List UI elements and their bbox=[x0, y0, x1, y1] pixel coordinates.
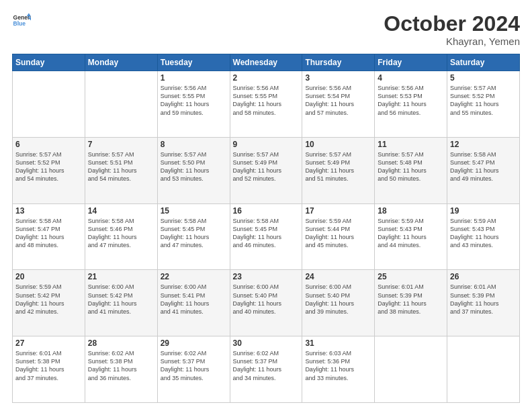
calendar-table: Sunday Monday Tuesday Wednesday Thursday… bbox=[12, 54, 520, 403]
col-monday: Monday bbox=[85, 54, 157, 71]
table-row: 29Sunrise: 6:02 AM Sunset: 5:37 PM Dayli… bbox=[157, 336, 230, 403]
svg-text:Blue: Blue bbox=[13, 20, 26, 27]
calendar-week-row: 20Sunrise: 5:59 AM Sunset: 5:42 PM Dayli… bbox=[13, 270, 520, 336]
table-row: 15Sunrise: 5:58 AM Sunset: 5:45 PM Dayli… bbox=[157, 203, 230, 270]
table-row: 16Sunrise: 5:58 AM Sunset: 5:45 PM Dayli… bbox=[230, 203, 302, 270]
col-thursday: Thursday bbox=[302, 54, 375, 71]
col-wednesday: Wednesday bbox=[230, 54, 302, 71]
day-number: 27 bbox=[15, 338, 82, 348]
day-info: Sunrise: 5:58 AM Sunset: 5:45 PM Dayligh… bbox=[233, 217, 300, 250]
table-row: 4Sunrise: 5:56 AM Sunset: 5:53 PM Daylig… bbox=[375, 71, 447, 138]
table-row: 8Sunrise: 5:57 AM Sunset: 5:50 PM Daylig… bbox=[157, 137, 230, 203]
calendar-week-row: 27Sunrise: 6:01 AM Sunset: 5:38 PM Dayli… bbox=[13, 336, 520, 403]
day-info: Sunrise: 5:58 AM Sunset: 5:45 PM Dayligh… bbox=[161, 217, 227, 250]
logo-icon: General Blue bbox=[12, 12, 31, 31]
table-row: 30Sunrise: 6:02 AM Sunset: 5:37 PM Dayli… bbox=[230, 336, 302, 403]
calendar-week-row: 1Sunrise: 5:56 AM Sunset: 5:55 PM Daylig… bbox=[13, 71, 520, 138]
day-info: Sunrise: 5:58 AM Sunset: 5:47 PM Dayligh… bbox=[15, 217, 82, 250]
day-info: Sunrise: 5:57 AM Sunset: 5:50 PM Dayligh… bbox=[161, 150, 227, 183]
day-info: Sunrise: 6:00 AM Sunset: 5:40 PM Dayligh… bbox=[233, 283, 300, 316]
table-row bbox=[447, 336, 520, 403]
table-row: 3Sunrise: 5:56 AM Sunset: 5:54 PM Daylig… bbox=[302, 71, 375, 138]
day-number: 3 bbox=[305, 73, 371, 83]
day-info: Sunrise: 6:02 AM Sunset: 5:37 PM Dayligh… bbox=[161, 349, 227, 382]
table-row: 10Sunrise: 5:57 AM Sunset: 5:49 PM Dayli… bbox=[302, 137, 375, 203]
page-subtitle: Khayran, Yemen bbox=[384, 36, 520, 47]
day-info: Sunrise: 6:00 AM Sunset: 5:42 PM Dayligh… bbox=[88, 283, 154, 316]
table-row: 9Sunrise: 5:57 AM Sunset: 5:49 PM Daylig… bbox=[230, 137, 302, 203]
table-row: 2Sunrise: 5:56 AM Sunset: 5:55 PM Daylig… bbox=[230, 71, 302, 138]
page-title: October 2024 bbox=[384, 12, 520, 36]
table-row: 5Sunrise: 5:57 AM Sunset: 5:52 PM Daylig… bbox=[447, 71, 520, 138]
calendar-header-row: Sunday Monday Tuesday Wednesday Thursday… bbox=[13, 54, 520, 71]
day-number: 20 bbox=[15, 272, 82, 281]
calendar-week-row: 6Sunrise: 5:57 AM Sunset: 5:52 PM Daylig… bbox=[13, 137, 520, 203]
day-number: 5 bbox=[450, 73, 517, 83]
day-info: Sunrise: 5:59 AM Sunset: 5:43 PM Dayligh… bbox=[378, 217, 444, 250]
day-info: Sunrise: 6:01 AM Sunset: 5:38 PM Dayligh… bbox=[15, 349, 82, 382]
day-number: 30 bbox=[233, 338, 300, 348]
day-info: Sunrise: 5:56 AM Sunset: 5:55 PM Dayligh… bbox=[161, 84, 227, 117]
page: General Blue October 2024 Khayran, Yemen… bbox=[0, 0, 532, 411]
day-info: Sunrise: 5:57 AM Sunset: 5:52 PM Dayligh… bbox=[15, 150, 82, 183]
day-info: Sunrise: 5:56 AM Sunset: 5:53 PM Dayligh… bbox=[378, 84, 444, 117]
day-number: 18 bbox=[378, 206, 444, 216]
table-row: 21Sunrise: 6:00 AM Sunset: 5:42 PM Dayli… bbox=[85, 270, 157, 336]
day-number: 2 bbox=[233, 73, 300, 83]
day-info: Sunrise: 6:00 AM Sunset: 5:41 PM Dayligh… bbox=[161, 283, 227, 316]
day-info: Sunrise: 6:02 AM Sunset: 5:38 PM Dayligh… bbox=[88, 349, 154, 382]
day-info: Sunrise: 5:57 AM Sunset: 5:48 PM Dayligh… bbox=[378, 150, 444, 183]
day-number: 16 bbox=[233, 206, 300, 216]
day-number: 28 bbox=[88, 338, 154, 348]
table-row: 20Sunrise: 5:59 AM Sunset: 5:42 PM Dayli… bbox=[13, 270, 85, 336]
table-row: 19Sunrise: 5:59 AM Sunset: 5:43 PM Dayli… bbox=[447, 203, 520, 270]
logo: General Blue bbox=[12, 12, 31, 31]
day-info: Sunrise: 5:58 AM Sunset: 5:46 PM Dayligh… bbox=[88, 217, 154, 250]
table-row: 11Sunrise: 5:57 AM Sunset: 5:48 PM Dayli… bbox=[375, 137, 447, 203]
title-block: October 2024 Khayran, Yemen bbox=[384, 12, 520, 47]
day-info: Sunrise: 5:56 AM Sunset: 5:54 PM Dayligh… bbox=[305, 84, 371, 117]
day-number: 25 bbox=[378, 272, 444, 281]
day-number: 22 bbox=[161, 272, 227, 281]
table-row: 24Sunrise: 6:00 AM Sunset: 5:40 PM Dayli… bbox=[302, 270, 375, 336]
day-number: 29 bbox=[161, 338, 227, 348]
table-row: 22Sunrise: 6:00 AM Sunset: 5:41 PM Dayli… bbox=[157, 270, 230, 336]
day-info: Sunrise: 6:01 AM Sunset: 5:39 PM Dayligh… bbox=[450, 283, 517, 316]
col-sunday: Sunday bbox=[13, 54, 85, 71]
day-number: 14 bbox=[88, 206, 154, 216]
header: General Blue October 2024 Khayran, Yemen bbox=[12, 12, 520, 47]
table-row: 28Sunrise: 6:02 AM Sunset: 5:38 PM Dayli… bbox=[85, 336, 157, 403]
day-number: 7 bbox=[88, 140, 154, 149]
day-info: Sunrise: 5:57 AM Sunset: 5:49 PM Dayligh… bbox=[305, 150, 371, 183]
table-row: 25Sunrise: 6:01 AM Sunset: 5:39 PM Dayli… bbox=[375, 270, 447, 336]
day-number: 26 bbox=[450, 272, 517, 281]
table-row: 1Sunrise: 5:56 AM Sunset: 5:55 PM Daylig… bbox=[157, 71, 230, 138]
table-row: 12Sunrise: 5:58 AM Sunset: 5:47 PM Dayli… bbox=[447, 137, 520, 203]
day-info: Sunrise: 6:02 AM Sunset: 5:37 PM Dayligh… bbox=[233, 349, 300, 382]
day-number: 24 bbox=[305, 272, 371, 281]
day-number: 4 bbox=[378, 73, 444, 83]
table-row: 17Sunrise: 5:59 AM Sunset: 5:44 PM Dayli… bbox=[302, 203, 375, 270]
day-info: Sunrise: 5:57 AM Sunset: 5:51 PM Dayligh… bbox=[88, 150, 154, 183]
table-row: 13Sunrise: 5:58 AM Sunset: 5:47 PM Dayli… bbox=[13, 203, 85, 270]
day-number: 8 bbox=[161, 140, 227, 149]
col-tuesday: Tuesday bbox=[157, 54, 230, 71]
day-info: Sunrise: 5:57 AM Sunset: 5:49 PM Dayligh… bbox=[233, 150, 300, 183]
day-info: Sunrise: 5:57 AM Sunset: 5:52 PM Dayligh… bbox=[450, 84, 517, 117]
day-number: 17 bbox=[305, 206, 371, 216]
table-row: 6Sunrise: 5:57 AM Sunset: 5:52 PM Daylig… bbox=[13, 137, 85, 203]
day-number: 11 bbox=[378, 140, 444, 149]
day-info: Sunrise: 5:58 AM Sunset: 5:47 PM Dayligh… bbox=[450, 150, 517, 183]
calendar-week-row: 13Sunrise: 5:58 AM Sunset: 5:47 PM Dayli… bbox=[13, 203, 520, 270]
day-number: 10 bbox=[305, 140, 371, 149]
day-number: 19 bbox=[450, 206, 517, 216]
col-friday: Friday bbox=[375, 54, 447, 71]
day-info: Sunrise: 5:56 AM Sunset: 5:55 PM Dayligh… bbox=[233, 84, 300, 117]
table-row bbox=[375, 336, 447, 403]
table-row bbox=[13, 71, 85, 138]
day-number: 23 bbox=[233, 272, 300, 281]
day-info: Sunrise: 5:59 AM Sunset: 5:42 PM Dayligh… bbox=[15, 283, 82, 316]
day-number: 21 bbox=[88, 272, 154, 281]
day-number: 9 bbox=[233, 140, 300, 149]
table-row: 23Sunrise: 6:00 AM Sunset: 5:40 PM Dayli… bbox=[230, 270, 302, 336]
